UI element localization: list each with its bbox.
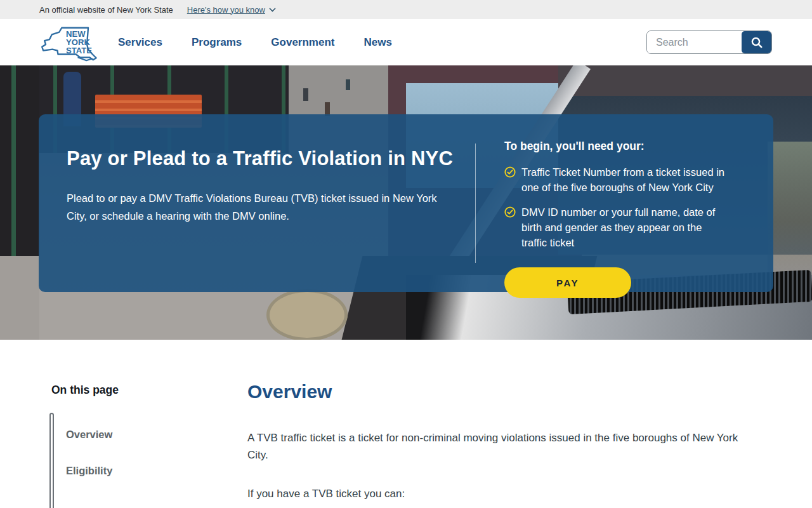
search-icon (750, 36, 764, 50)
page-nav-link-eligibility[interactable]: Eligibility (66, 465, 112, 476)
hero-panel: Pay or Plead to a Traffic Violation in N… (39, 114, 773, 292)
main-nav: Services Programs Government News (118, 36, 392, 49)
nav-item-government[interactable]: Government (271, 36, 334, 49)
check-circle-icon (504, 166, 516, 178)
photo-left-scaffold (0, 65, 39, 256)
on-this-page-links: Overview Eligibility (66, 429, 210, 477)
section-heading-overview: Overview (247, 381, 749, 403)
overview-paragraph: If you have a TVB ticket you can: (247, 485, 745, 502)
main-article: Overview A TVB traffic ticket is a ticke… (247, 384, 749, 508)
page-title: Pay or Plead to a Traffic Violation in N… (67, 146, 460, 171)
list-item: Overview (66, 429, 210, 441)
search-form (646, 30, 772, 54)
photo-windshield-reflection (768, 142, 812, 275)
photo-left-sidewalk (0, 256, 39, 340)
check-circle-icon (504, 206, 516, 218)
photo-pedestrian (346, 79, 350, 90)
photo-pedestrian (303, 88, 308, 101)
official-banner: An official website of New York State He… (0, 0, 812, 19)
search-button[interactable] (742, 31, 771, 53)
photo-car-roof (558, 65, 812, 96)
requirements-list: Traffic Ticket Number from a ticket issu… (504, 164, 730, 250)
nav-item-services[interactable]: Services (118, 36, 162, 49)
list-item: Eligibility (66, 465, 210, 477)
on-this-page-heading: On this page (51, 384, 210, 397)
hero-main: Pay or Plead to a Traffic Violation in N… (39, 114, 475, 292)
requirement-text: Traffic Ticket Number from a ticket issu… (521, 164, 730, 195)
page-description: Plead to or pay a DMV Traffic Violations… (67, 189, 447, 225)
heres-how-you-know-label: Here's how you know (187, 5, 265, 15)
page-nav-link-overview[interactable]: Overview (66, 429, 112, 440)
photo-left-pole (11, 65, 16, 256)
photo-manhole-cover (266, 289, 348, 340)
site-header: NEW YORK STATE Services Programs Governm… (0, 19, 812, 65)
overview-paragraph: A TVB traffic ticket is a ticket for non… (247, 429, 745, 464)
on-this-page-nav: On this page Overview Eligibility (51, 384, 210, 508)
nys-logo[interactable]: NEW YORK STATE (37, 22, 99, 64)
nav-item-programs[interactable]: Programs (192, 36, 242, 49)
hero-section: Pay or Plead to a Traffic Violation in N… (0, 65, 812, 340)
pay-button[interactable]: PAY (504, 267, 631, 298)
chevron-down-icon (269, 8, 276, 12)
page-content: On this page Overview Eligibility Overvi… (0, 340, 812, 508)
scrollspy-track (49, 413, 54, 508)
requirement-item: Traffic Ticket Number from a ticket issu… (504, 164, 730, 195)
nav-item-news[interactable]: News (363, 36, 391, 49)
requirement-item: DMV ID number or your full name, date of… (504, 204, 730, 250)
requirements-heading: To begin, you'll need your: (504, 140, 742, 153)
heres-how-you-know-link[interactable]: Here's how you know (187, 5, 276, 15)
official-banner-text: An official website of New York State (39, 5, 173, 15)
logo-text-state: STATE (66, 45, 92, 55)
search-input[interactable] (647, 31, 742, 53)
hero-aside: To begin, you'll need your: Traffic Tick… (476, 114, 742, 292)
requirement-text: DMV ID number or your full name, date of… (521, 204, 730, 250)
